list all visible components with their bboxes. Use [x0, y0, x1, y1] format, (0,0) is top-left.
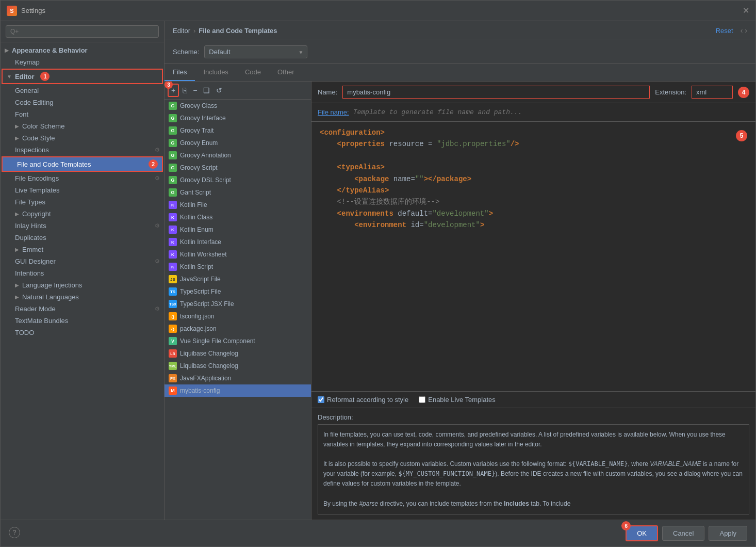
list-item[interactable]: G Groovy Trait: [165, 124, 311, 137]
list-item[interactable]: JS JavaScript File: [165, 273, 311, 285]
list-item[interactable]: K Kotlin Worksheet: [165, 248, 311, 261]
list-item[interactable]: G Groovy Enum: [165, 137, 311, 149]
list-item[interactable]: {} package.json: [165, 323, 311, 335]
search-input[interactable]: [6, 25, 159, 38]
file-type-icon: YML: [169, 362, 177, 370]
file-item-name: Groovy Enum: [180, 139, 218, 147]
cancel-button[interactable]: Cancel: [662, 526, 704, 541]
scheme-row: Scheme: Default Project ▼: [165, 40, 755, 64]
editor-badge: 1: [40, 72, 50, 81]
apply-button[interactable]: Apply: [709, 526, 747, 541]
file-item-name: Groovy DSL Script: [180, 176, 231, 184]
file-item-name: mybatis-config: [180, 387, 220, 394]
duplicate-icon: ❏: [203, 86, 210, 94]
title-bar: S Settings ✕: [1, 1, 755, 21]
list-item[interactable]: TSX TypeScript JSX File: [165, 298, 311, 310]
sidebar-item-appearance[interactable]: ▶ Appearance & Behavior: [1, 44, 164, 56]
sidebar-item-intentions[interactable]: Intentions: [1, 267, 164, 279]
sidebar-item-label: Font: [15, 110, 28, 118]
live-templates-checkbox[interactable]: [419, 396, 425, 403]
list-item[interactable]: K Kotlin Enum: [165, 223, 311, 236]
list-item[interactable]: G Groovy Script: [165, 162, 311, 174]
live-templates-checkbox-label[interactable]: Enable Live Templates: [419, 396, 496, 404]
file-item-name: Kotlin File: [180, 201, 207, 208]
copy-template-button[interactable]: ⎘: [180, 85, 189, 96]
sidebar-item-color-scheme[interactable]: ▶ Color Scheme: [1, 120, 164, 132]
sidebar-item-file-types[interactable]: File Types: [1, 196, 164, 208]
sidebar-item-font[interactable]: Font: [1, 108, 164, 120]
list-item[interactable]: G Groovy Annotation: [165, 149, 311, 162]
sidebar-item-code-style[interactable]: ▶ Code Style: [1, 132, 164, 144]
sidebar-item-gui-designer[interactable]: GUI Designer ⚙: [1, 255, 164, 267]
sidebar-item-live-templates[interactable]: Live Templates: [1, 184, 164, 196]
list-item[interactable]: {} tsconfig.json: [165, 310, 311, 323]
code-editor[interactable]: <configuration> <properties resource = "…: [311, 122, 755, 391]
reset-template-button[interactable]: ↺: [213, 85, 225, 96]
scheme-select[interactable]: Default Project: [204, 45, 307, 58]
nav-back-button[interactable]: ‹: [741, 26, 743, 35]
list-item[interactable]: G Groovy DSL Script: [165, 174, 311, 186]
name-input[interactable]: [342, 86, 650, 99]
tab-code[interactable]: Code: [237, 64, 269, 81]
list-item[interactable]: V Vue Single File Component: [165, 335, 311, 347]
file-type-icon: V: [169, 337, 177, 345]
sidebar-item-file-encodings[interactable]: File Encodings ⚙: [1, 172, 164, 184]
tab-other[interactable]: Other: [269, 64, 303, 81]
sidebar-item-inlay-hints[interactable]: Inlay Hints ⚙: [1, 220, 164, 232]
list-item[interactable]: G Groovy Class: [165, 100, 311, 112]
ok-button[interactable]: OK: [626, 525, 658, 541]
close-button[interactable]: ✕: [743, 6, 749, 15]
expand-arrow-icon: ▼: [7, 74, 12, 79]
code-line: </typeAlias>: [320, 185, 747, 196]
code-line: <configuration>: [320, 127, 747, 138]
sidebar-item-emmet[interactable]: ▶ Emmet: [1, 244, 164, 255]
sidebar-item-reader-mode[interactable]: Reader Mode ⚙: [1, 303, 164, 315]
reset-button[interactable]: Reset: [716, 27, 733, 35]
list-item[interactable]: G Gant Script: [165, 186, 311, 199]
list-item[interactable]: K Kotlin Interface: [165, 236, 311, 248]
sidebar-item-general[interactable]: General: [1, 85, 164, 96]
list-item[interactable]: K Kotlin Class: [165, 211, 311, 223]
sidebar-item-label: Code Style: [22, 134, 55, 142]
nav-forward-button[interactable]: ›: [745, 26, 747, 35]
list-item-mybatis[interactable]: M mybatis-config: [165, 384, 311, 397]
sidebar-item-todo[interactable]: TODO: [1, 327, 164, 339]
tab-files[interactable]: Files: [165, 64, 195, 81]
file-item-name: Liquibase Changelog: [180, 350, 238, 357]
file-item-name: Groovy Interface: [180, 115, 226, 122]
file-type-icon: G: [169, 176, 177, 184]
extension-input[interactable]: [692, 86, 733, 99]
list-item[interactable]: TS TypeScript File: [165, 285, 311, 298]
file-list: G Groovy Class G Groovy Interface G Groo…: [165, 100, 311, 520]
scheme-label: Scheme:: [173, 48, 199, 56]
sidebar-item-inspections[interactable]: Inspections ⚙: [1, 144, 164, 156]
description-label: Description:: [318, 413, 749, 421]
sidebar-item-label: Color Scheme: [22, 122, 64, 130]
help-button[interactable]: ?: [9, 527, 20, 538]
sidebar-item-editor[interactable]: ▼ Editor 1: [3, 70, 162, 83]
filename-input[interactable]: [353, 106, 749, 118]
minus-icon: −: [193, 86, 197, 94]
editor-panel: Name: Extension: 4 File name:: [311, 82, 755, 520]
tab-includes[interactable]: Includes: [195, 64, 236, 81]
duplicate-template-button[interactable]: ❏: [201, 85, 212, 96]
sidebar-item-language-injections[interactable]: ▶ Language Injections: [1, 279, 164, 291]
list-item[interactable]: FX JavaFXApplication: [165, 372, 311, 384]
sidebar-item-copyright[interactable]: ▶ Copyright: [1, 208, 164, 220]
sidebar-item-keymap[interactable]: Keymap: [1, 56, 164, 68]
sidebar-item-code-editing[interactable]: Code Editing: [1, 96, 164, 108]
list-item[interactable]: YML Liquibase Changelog: [165, 360, 311, 372]
list-item[interactable]: G Groovy Interface: [165, 112, 311, 124]
sidebar-item-textmate[interactable]: TextMate Bundles: [1, 315, 164, 327]
sidebar-item-natural-languages[interactable]: ▶ Natural Languages: [1, 291, 164, 303]
sidebar-item-duplicates[interactable]: Duplicates: [1, 232, 164, 244]
remove-template-button[interactable]: −: [190, 85, 200, 96]
name-label: Name:: [318, 88, 337, 96]
reformat-checkbox-label[interactable]: Reformat according to style: [318, 396, 408, 404]
list-item[interactable]: K Kotlin Script: [165, 261, 311, 273]
add-template-button[interactable]: + 3: [168, 84, 179, 97]
list-item[interactable]: K Kotlin File: [165, 199, 311, 211]
reformat-checkbox[interactable]: [318, 396, 324, 403]
list-item[interactable]: LB Liquibase Changelog: [165, 347, 311, 360]
sidebar-item-file-code-templates[interactable]: File and Code Templates 2: [3, 157, 162, 171]
